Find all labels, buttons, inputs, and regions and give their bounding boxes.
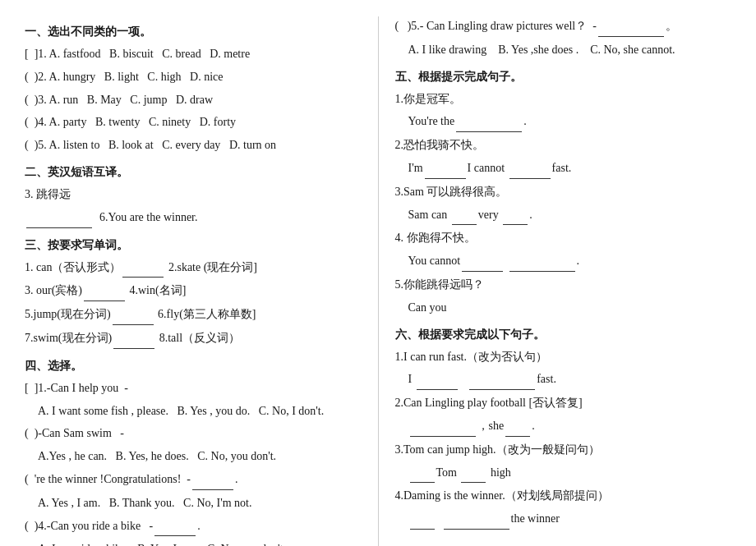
list-item: You're the . bbox=[395, 112, 732, 132]
list-item: I fast. bbox=[395, 369, 732, 390]
list-item: 5.你能跳得远吗？ bbox=[395, 275, 732, 295]
list-item: A. I want some fish , please. B. Yes , y… bbox=[25, 401, 362, 421]
list-item: [ ]1. A. fastfood B. biscuit C. bread D.… bbox=[25, 44, 362, 64]
list-item: 3. our(宾格) 4.win(名词] bbox=[25, 281, 362, 301]
blank bbox=[598, 16, 664, 37]
list-item: 7.swim(现在分词) 8.tall（反义词） bbox=[25, 328, 362, 349]
q5-item: ( )5.- Can Lingling draw pictures well？ … bbox=[395, 16, 732, 37]
list-item: ( 're the winner !Congratulations! - . bbox=[25, 470, 362, 490]
page-container: 一、选出不同类的一项。 [ ]1. A. fastfood B. biscuit… bbox=[25, 16, 731, 546]
list-item: ( )-Can Sam swim - bbox=[25, 424, 362, 443]
highlight-light: light bbox=[118, 71, 139, 83]
blank bbox=[113, 305, 154, 325]
blank bbox=[26, 208, 92, 228]
blank bbox=[505, 416, 530, 437]
right-column: ( )5.- Can Lingling draw pictures well？ … bbox=[379, 16, 732, 546]
item-choices: A. run B. May C. jump D. draw bbox=[49, 94, 214, 106]
blank bbox=[503, 205, 528, 226]
list-item: 2.Can Lingling play football [否认答复] bbox=[395, 393, 732, 413]
item-choices: A. party B. twenty C. ninety D. forty bbox=[49, 116, 236, 128]
list-item: 4.Daming is the winner.（对划线局部提问） bbox=[395, 486, 732, 506]
list-item: ，she . bbox=[395, 416, 732, 437]
blank bbox=[122, 258, 164, 278]
list-item: ( )2. A. hungry B. light C. high D. nice bbox=[25, 67, 362, 87]
blank bbox=[84, 281, 125, 301]
tom-label: Tom bbox=[436, 466, 457, 479]
list-item: ( )5. A. listen to B. look at C. every d… bbox=[25, 135, 362, 155]
item-suffix: D. nice bbox=[182, 71, 224, 83]
section5-title: 五、根据提示完成句子。 bbox=[395, 70, 732, 85]
item-prefix: ( )2. A. hungry B. bbox=[25, 71, 118, 83]
list-item: the winner bbox=[395, 509, 732, 530]
blank bbox=[456, 112, 522, 132]
blank bbox=[461, 463, 486, 484]
left-column: 一、选出不同类的一项。 [ ]1. A. fastfood B. biscuit… bbox=[25, 16, 379, 546]
list-item: 4. 你跑得不快。 bbox=[395, 228, 732, 248]
highlight-everyday: every day bbox=[176, 139, 221, 151]
section2-title: 二、英汉短语互译。 bbox=[25, 165, 362, 180]
list-item: A. I can ride a bike. B. Yes, I can. C. … bbox=[25, 539, 362, 546]
section3-title: 三、按要求写单词。 bbox=[25, 238, 362, 253]
list-item: 3.Sam 可以跳得很高。 bbox=[395, 182, 732, 202]
blank bbox=[509, 251, 575, 272]
item-choices: C. bbox=[139, 71, 161, 83]
highlight-high: high bbox=[161, 71, 182, 83]
section1-title: 一、选出不同类的一项。 bbox=[25, 25, 362, 39]
item-choices: A. fastfood B. biscuit C. bread D. metre bbox=[49, 48, 251, 60]
list-item: You cannot . bbox=[395, 251, 732, 272]
item-suffix: D. turn on bbox=[220, 139, 276, 151]
blank bbox=[410, 416, 476, 437]
list-item: 3.Tom can jump high.（改为一般疑问句） bbox=[395, 440, 732, 460]
q5-choices: A. I like drawing B. Yes ,she does . C. … bbox=[395, 40, 732, 60]
section4-title: 四、选择。 bbox=[25, 359, 362, 374]
list-item: 2.恐怕我骑不快。 bbox=[395, 135, 732, 155]
blank bbox=[417, 369, 458, 390]
item-prefix: ( )4. bbox=[25, 116, 47, 128]
list-item: A.Yes , he can. B. Yes, he does. C. No, … bbox=[25, 447, 362, 466]
list-item: ( )3. A. run B. May C. jump D. draw bbox=[25, 90, 362, 110]
list-item: 3. 跳得远 bbox=[25, 185, 362, 204]
blank bbox=[444, 509, 509, 530]
list-item: I'm I cannot fast. bbox=[395, 158, 732, 179]
list-item: Can you bbox=[395, 298, 732, 318]
blank bbox=[462, 251, 503, 272]
list-item: ( )4. A. party B. twenty C. ninety D. fo… bbox=[25, 112, 362, 132]
blank bbox=[192, 470, 233, 490]
blank bbox=[154, 516, 196, 537]
section6-title: 六、根据要求完成以下句子。 bbox=[395, 328, 732, 342]
blank bbox=[410, 509, 435, 530]
blank bbox=[509, 158, 551, 179]
blank bbox=[469, 369, 535, 390]
item-prefix: ( )3. bbox=[25, 94, 47, 106]
list-item: A. Yes , I am. B. Thank you. C. No, I'm … bbox=[25, 493, 362, 513]
list-item: 1. can（否认形式） 2.skate (现在分词] bbox=[25, 258, 362, 278]
blank bbox=[425, 158, 466, 179]
blank bbox=[113, 328, 154, 349]
list-item: [ ]1.-Can I help you - bbox=[25, 379, 362, 398]
blank bbox=[452, 205, 477, 226]
item-prefix: [ ]1. bbox=[25, 48, 47, 60]
list-item: 5.jump(现在分词) 6.fly(第三人称单数] bbox=[25, 305, 362, 325]
list-item: 6.You are the winner. bbox=[25, 208, 362, 228]
list-item: ( )4.-Can you ride a bike - . bbox=[25, 516, 362, 537]
list-item: Sam can very . bbox=[395, 205, 732, 226]
item-prefix: ( )5. A. listen to B. look at C. bbox=[25, 139, 176, 151]
blank bbox=[410, 463, 435, 484]
list-item: Tom high bbox=[395, 463, 732, 484]
list-item: 1.你是冠军。 bbox=[395, 89, 732, 109]
list-item: 1.I can run fast.（改为否认句） bbox=[395, 347, 732, 367]
